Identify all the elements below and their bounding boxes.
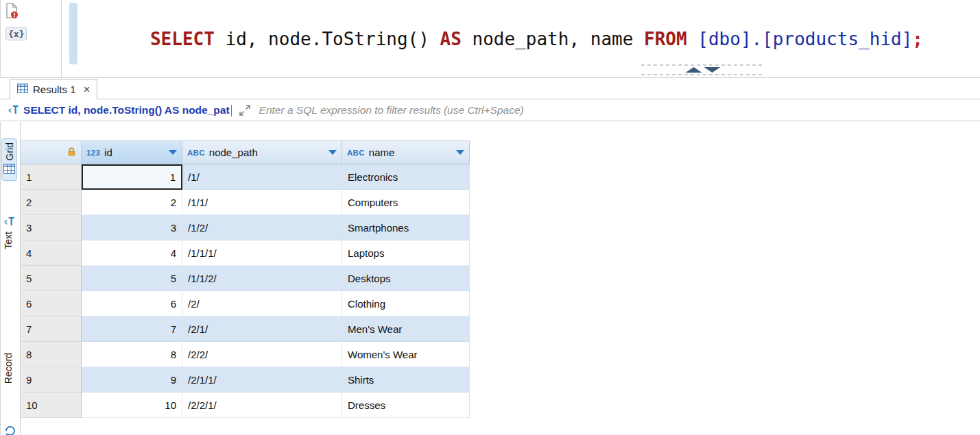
gutter-divider [61,0,62,77]
tab-grid-presentation[interactable]: Grid [1,138,17,181]
column-header-node-path[interactable]: ABC node_path [182,140,342,164]
table-row: 1 1 /1/ Electronics [21,164,470,190]
row-number-cell[interactable]: 1 [21,164,82,190]
current-statement-indicator [69,3,77,64]
filter-placeholder[interactable]: Enter a SQL expression to filter results… [259,104,524,116]
row-number-cell[interactable]: 6 [21,291,82,316]
results-grid: 123 id ABC node_path ABC name [21,140,470,418]
parameters-icon: {x} [5,27,27,40]
table-row: 5 5 /1/1/2/ Desktops [21,266,470,291]
name-cell[interactable]: Women's Wear [342,342,470,367]
text-presentation-label: Text [3,232,14,249]
collapse-up-icon[interactable] [686,67,702,73]
expand-filter-icon[interactable] [239,104,251,116]
sql-statement[interactable]: SELECT id, node.ToString() AS node_path,… [86,8,923,70]
id-cell[interactable]: 7 [82,316,182,342]
id-cell[interactable]: 8 [82,342,182,367]
id-cell[interactable]: 2 [82,190,182,215]
presentation-toolbar: Grid ‹T Text Record [1,122,21,435]
grid-presentation-icon [3,164,15,177]
text-filter-icon[interactable]: ‹T [7,104,18,116]
node-path-cell[interactable]: /2/2/ [182,342,342,367]
node-path-cell[interactable]: /1/1/2/ [182,266,342,291]
tab-label: Results 1 [33,84,76,95]
document-error-icon [5,3,19,22]
results-grid-area: 123 id ABC node_path ABC name [21,122,980,435]
name-cell[interactable]: Electronics [342,164,470,190]
grid-header-row: 123 id ABC node_path ABC name [21,140,470,164]
id-cell[interactable]: 4 [82,240,182,266]
sort-dropdown-icon[interactable] [169,150,177,155]
id-cell[interactable]: 3 [82,215,182,240]
sort-dropdown-icon[interactable] [456,150,464,155]
table-row: 2 2 /1/1/ Computers [21,190,470,215]
name-cell[interactable]: Smartphones [342,215,470,240]
tab-close-icon[interactable]: × [84,84,91,95]
row-number-cell[interactable]: 3 [21,215,82,240]
name-cell[interactable]: Desktops [342,266,470,291]
row-number-cell[interactable]: 5 [21,266,82,291]
text-presentation-icon: ‹T [3,216,14,228]
id-cell-selected[interactable]: 1 [82,164,182,190]
sql-columns: id, node.ToString() [215,29,440,49]
node-path-cell[interactable]: /2/1/1/ [182,367,342,393]
id-cell[interactable]: 5 [82,266,182,291]
row-number-cell[interactable]: 9 [21,367,82,393]
node-path-cell[interactable]: /2/ [182,291,342,316]
row-number-cell[interactable]: 2 [21,190,82,215]
column-header-id[interactable]: 123 id [82,140,182,164]
column-label: id [104,147,165,158]
row-number-cell[interactable]: 7 [21,316,82,342]
name-cell[interactable]: Men's Wear [342,316,470,342]
sql-table-reference: [dbo].[products_hid] [697,29,912,49]
node-path-cell[interactable]: /1/2/ [182,215,342,240]
filter-text-cursor [231,105,232,116]
table-row: 6 6 /2/ Clothing [21,291,470,316]
id-cell[interactable]: 9 [82,367,182,393]
id-cell[interactable]: 10 [82,393,182,418]
sql-alias: node_path, name [462,29,644,49]
row-number-header[interactable] [21,140,82,164]
app-root: {x} SELECT id, node.ToString() AS node_p… [0,0,980,435]
node-path-cell[interactable]: /2/1/ [182,316,342,342]
row-number-cell[interactable]: 4 [21,240,82,266]
sql-editor[interactable]: {x} SELECT id, node.ToString() AS node_p… [0,0,980,78]
node-path-cell[interactable]: /1/1/1/ [182,240,342,266]
editor-results-splitter[interactable] [641,63,765,77]
filter-query-text[interactable]: SELECT id, node.ToString() AS node_pat [23,104,230,116]
string-type-icon: ABC [347,149,365,157]
splitter-dashed-line [641,74,765,75]
sql-terminator: ; [912,29,923,49]
column-header-name[interactable]: ABC name [342,140,470,164]
table-row: 9 9 /2/1/1/ Shirts [21,367,470,393]
tab-results-1[interactable]: Results 1 × [10,79,97,99]
name-cell[interactable]: Clothing [342,291,470,316]
row-number-cell[interactable]: 8 [21,342,82,367]
refresh-icon[interactable] [4,425,16,435]
name-cell[interactable]: Shirts [342,367,470,393]
node-path-cell[interactable]: /2/2/1/ [182,393,342,418]
table-row: 3 3 /1/2/ Smartphones [21,215,470,240]
grid-presentation-label: Grid [4,142,15,160]
record-mode-label: Record [3,353,14,384]
sql-keyword-select: SELECT [150,29,215,49]
node-path-cell[interactable]: /1/ [182,164,342,190]
numeric-type-icon: 123 [86,149,100,157]
id-cell[interactable]: 6 [82,291,182,316]
collapse-down-icon[interactable] [704,67,721,73]
name-cell[interactable]: Computers [342,190,470,215]
node-path-cell[interactable]: /1/1/ [182,190,342,215]
string-type-icon: ABC [187,149,205,157]
sort-dropdown-icon[interactable] [328,150,337,155]
tab-text-presentation[interactable]: ‹T Text [1,212,15,253]
row-number-cell[interactable]: 10 [21,393,82,418]
name-cell[interactable]: Dresses [342,393,470,418]
splitter-arrows[interactable] [680,66,726,74]
lock-icon [67,147,76,159]
sql-keyword-as: AS [440,29,462,49]
results-panel: Grid ‹T Text Record [0,122,980,435]
record-mode-toggle[interactable]: Record [1,349,15,387]
results-tab-bar: Results 1 × [0,79,980,99]
name-cell[interactable]: Laptops [342,240,470,266]
filter-bar[interactable]: ‹T SELECT id, node.ToString() AS node_pa… [0,100,980,121]
